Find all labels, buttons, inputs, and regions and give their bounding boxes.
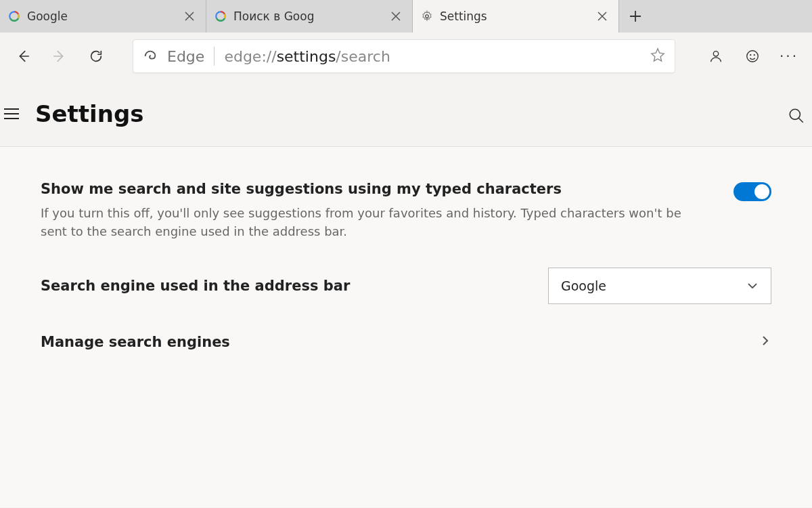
close-icon[interactable] [181, 8, 198, 24]
page-header: Settings [0, 80, 812, 147]
address-bar[interactable]: Edge edge://settings/search [133, 39, 675, 73]
url-prefix: edge:// [224, 48, 276, 65]
google-icon [8, 10, 20, 22]
more-button[interactable]: ··· [773, 40, 805, 72]
suggestions-toggle[interactable] [734, 182, 771, 201]
refresh-button[interactable] [80, 40, 112, 72]
edge-icon [143, 49, 158, 64]
url-path: settings [277, 48, 336, 65]
search-engine-label: Search engine used in the address bar [41, 278, 350, 294]
chevron-right-icon [759, 335, 771, 350]
tab-google-search[interactable]: Поиск в Goog [206, 0, 413, 33]
setting-suggestions: Show me search and site suggestions usin… [41, 181, 771, 240]
svg-point-4 [747, 51, 759, 62]
manage-search-engines[interactable]: Manage search engines [41, 331, 771, 353]
close-icon[interactable] [388, 8, 404, 24]
chevron-down-icon [746, 280, 759, 292]
scheme-label: Edge [167, 48, 204, 65]
settings-content: Show me search and site suggestions usin… [0, 147, 812, 507]
tab-title: Поиск в Goog [233, 9, 381, 23]
profile-button[interactable] [700, 40, 732, 72]
svg-point-6 [754, 55, 754, 56]
search-engine-value: Google [561, 278, 606, 293]
manage-label: Manage search engines [41, 334, 230, 350]
divider [214, 47, 215, 66]
page-title: Settings [35, 100, 144, 127]
close-icon[interactable] [594, 8, 610, 24]
svg-point-3 [713, 51, 718, 56]
forward-button[interactable] [43, 40, 76, 72]
url-text: edge://settings/search [224, 48, 390, 65]
search-engine-select[interactable]: Google [548, 268, 771, 304]
tab-title: Settings [440, 9, 587, 23]
back-button[interactable] [7, 40, 39, 72]
toolbar: Edge edge://settings/search ··· [0, 33, 812, 80]
tab-google[interactable]: Google [0, 0, 206, 33]
tab-title: Google [27, 9, 175, 23]
gear-icon [421, 10, 433, 22]
url-suffix: /search [336, 48, 390, 65]
feedback-button[interactable] [736, 40, 769, 72]
suggestions-label: Show me search and site suggestions usin… [41, 181, 704, 197]
search-icon[interactable] [788, 107, 805, 127]
setting-search-engine: Search engine used in the address bar Go… [41, 268, 771, 304]
tab-strip: Google Поиск в Goog Settings [0, 0, 812, 33]
menu-icon[interactable] [4, 108, 24, 119]
tab-settings[interactable]: Settings [413, 0, 619, 33]
svg-point-7 [790, 109, 800, 119]
new-tab-button[interactable] [619, 0, 652, 33]
favorite-icon[interactable] [650, 47, 665, 65]
google-icon [215, 10, 227, 22]
suggestions-description: If you turn this off, you'll only see su… [41, 204, 704, 240]
svg-point-5 [750, 55, 751, 56]
toggle-knob [754, 184, 769, 199]
svg-point-2 [426, 15, 429, 18]
